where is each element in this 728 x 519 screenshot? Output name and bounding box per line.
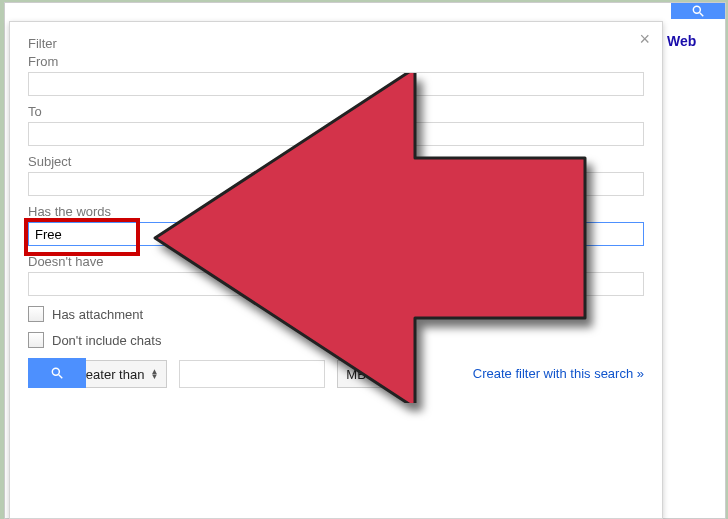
dont-include-chats-label: Don't include chats	[52, 333, 161, 348]
filter-panel: × Filter From To Subject Has the words D…	[9, 21, 663, 519]
search-icon	[691, 4, 705, 18]
create-filter-link[interactable]: Create filter with this search »	[473, 366, 644, 381]
svg-point-0	[693, 6, 700, 13]
has-attachment-row: Has attachment	[28, 306, 644, 322]
search-icon	[50, 366, 64, 380]
doesnt-have-input[interactable]	[28, 272, 644, 296]
subject-input[interactable]	[28, 172, 644, 196]
dont-include-chats-row: Don't include chats	[28, 332, 644, 348]
to-input[interactable]	[28, 122, 644, 146]
screenshot-stage: Web × Filter From To Subject Has the wor…	[0, 0, 728, 519]
from-input[interactable]	[28, 72, 644, 96]
svg-line-1	[700, 13, 704, 17]
dont-include-chats-checkbox[interactable]	[28, 332, 44, 348]
subject-label: Subject	[28, 154, 644, 169]
has-attachment-checkbox[interactable]	[28, 306, 44, 322]
svg-point-2	[52, 368, 59, 375]
search-button[interactable]	[28, 358, 86, 388]
panel-bottom-row: Create filter with this search »	[28, 358, 644, 388]
right-column: Web	[667, 33, 717, 49]
page-background: Web × Filter From To Subject Has the wor…	[4, 2, 726, 519]
doesnt-have-label: Doesn't have	[28, 254, 644, 269]
svg-line-3	[59, 375, 63, 379]
filter-panel-inner: × Filter From To Subject Has the words D…	[10, 22, 662, 398]
web-link[interactable]: Web	[667, 33, 696, 49]
has-words-input[interactable]	[28, 222, 644, 246]
has-attachment-label: Has attachment	[52, 307, 143, 322]
has-words-label: Has the words	[28, 204, 644, 219]
to-label: To	[28, 104, 644, 119]
filter-heading: Filter	[28, 36, 644, 51]
close-icon[interactable]: ×	[639, 30, 650, 48]
top-search-button[interactable]	[671, 3, 725, 19]
from-label: From	[28, 54, 644, 69]
